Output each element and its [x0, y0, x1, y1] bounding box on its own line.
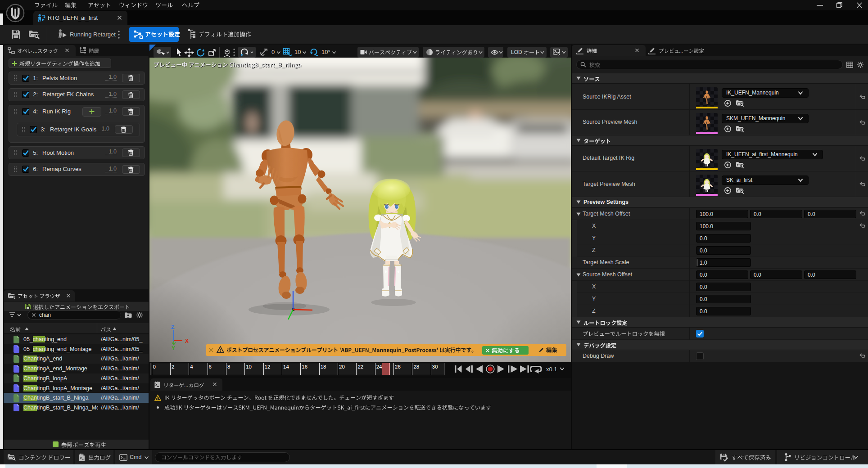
svg-text:X: X: [185, 338, 189, 344]
svg-text:Z: Z: [171, 324, 174, 330]
svg-text:Y: Y: [172, 345, 175, 351]
svg-text:x0.1: x0.1: [546, 366, 557, 373]
